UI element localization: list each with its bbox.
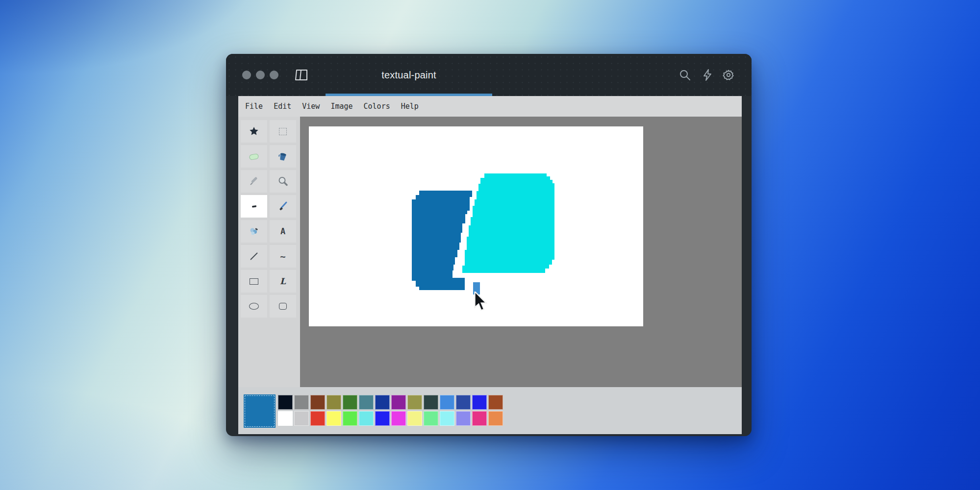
tool-ellipse[interactable] bbox=[241, 295, 267, 318]
color-swatch-dark-teal[interactable] bbox=[424, 395, 438, 410]
color-swatch-purple[interactable] bbox=[391, 395, 406, 410]
tool-pick-color[interactable] bbox=[241, 170, 267, 193]
color-swatch-black[interactable] bbox=[278, 395, 293, 410]
menu-edit[interactable]: Edit bbox=[268, 100, 297, 113]
open-book-icon[interactable] bbox=[295, 69, 309, 81]
color-swatch-green[interactable] bbox=[343, 395, 357, 410]
tool-pencil[interactable] bbox=[241, 195, 267, 218]
color-swatch-red[interactable] bbox=[310, 411, 325, 426]
color-swatch-pale-yellow[interactable] bbox=[407, 411, 422, 426]
page-title: textual-paint bbox=[381, 70, 436, 80]
tool-select[interactable] bbox=[270, 120, 296, 143]
color-swatch-spring-green[interactable] bbox=[424, 411, 438, 426]
tool-brush[interactable] bbox=[270, 195, 296, 218]
search-icon[interactable] bbox=[678, 68, 692, 82]
gear-icon[interactable] bbox=[722, 68, 735, 82]
cyan-quadrilateral bbox=[462, 173, 554, 273]
main-area: A~L bbox=[238, 117, 742, 387]
tool-line[interactable] bbox=[241, 245, 267, 268]
color-swatch-blue[interactable] bbox=[472, 395, 487, 410]
menu-image[interactable]: Image bbox=[325, 100, 358, 113]
menu-colors[interactable]: Colors bbox=[358, 100, 396, 113]
blue-quadrilateral bbox=[412, 191, 472, 290]
selected-color-swatch bbox=[244, 394, 276, 428]
tool-text[interactable]: A bbox=[270, 220, 296, 243]
color-swatch-light-cyan[interactable] bbox=[440, 411, 454, 426]
tool-panel: A~L bbox=[238, 117, 300, 387]
color-swatch-olive[interactable] bbox=[327, 395, 341, 410]
app-content: File Edit View Image Colors Help A~L bbox=[238, 96, 742, 434]
color-swatch-brown[interactable] bbox=[488, 395, 503, 410]
window-titlebar: textual-paint bbox=[226, 54, 752, 96]
color-swatch-yellow[interactable] bbox=[327, 411, 341, 426]
tool-rounded-rectangle[interactable] bbox=[270, 295, 296, 318]
mouse-cursor bbox=[474, 292, 492, 314]
color-swatch-orange[interactable] bbox=[488, 411, 503, 426]
tool-eraser[interactable] bbox=[241, 145, 267, 168]
color-swatch-teal[interactable] bbox=[359, 395, 374, 410]
tool-curve[interactable]: ~ bbox=[270, 245, 296, 268]
color-swatch-silver[interactable] bbox=[294, 411, 309, 426]
color-swatch-light-blue[interactable] bbox=[440, 395, 454, 410]
color-swatch-blue-gray[interactable] bbox=[456, 395, 471, 410]
zoom-button[interactable] bbox=[270, 71, 278, 79]
window-title-tab: textual-paint bbox=[326, 54, 492, 96]
color-swatch-white[interactable] bbox=[278, 411, 293, 426]
menu-help[interactable]: Help bbox=[396, 100, 424, 113]
tool-free-form-select[interactable] bbox=[241, 120, 267, 143]
menu-view[interactable]: View bbox=[297, 100, 325, 113]
minimize-button[interactable] bbox=[256, 71, 265, 79]
color-swatch-maroon[interactable] bbox=[310, 395, 325, 410]
color-swatch-bright-green[interactable] bbox=[343, 411, 357, 426]
color-swatch-cyan[interactable] bbox=[359, 411, 374, 426]
menu-file[interactable]: File bbox=[240, 100, 268, 113]
menu-bar: File Edit View Image Colors Help bbox=[238, 96, 742, 117]
tool-rectangle[interactable] bbox=[241, 270, 267, 293]
workspace bbox=[300, 117, 742, 387]
tool-fill[interactable] bbox=[270, 145, 296, 168]
color-swatch-pink[interactable] bbox=[472, 411, 487, 426]
close-button[interactable] bbox=[242, 71, 251, 79]
tool-airbrush[interactable] bbox=[241, 220, 267, 243]
textual-paint-window: textual-paint File Edit View Image Color… bbox=[226, 54, 752, 436]
desktop-wallpaper: { "window": { "title": "textual-paint" }… bbox=[0, 0, 980, 490]
color-swatch-gray[interactable] bbox=[294, 395, 309, 410]
color-swatch-bright-blue[interactable] bbox=[375, 411, 390, 426]
color-swatch-olive-drab[interactable] bbox=[407, 395, 422, 410]
tool-polygon[interactable]: L bbox=[270, 270, 296, 293]
lightning-icon[interactable] bbox=[701, 68, 714, 82]
color-palette-bar bbox=[238, 387, 742, 434]
tool-magnifier[interactable] bbox=[270, 170, 296, 193]
color-swatch-periwinkle[interactable] bbox=[456, 411, 471, 426]
color-swatch-magenta[interactable] bbox=[391, 411, 406, 426]
color-swatch-navy[interactable] bbox=[375, 395, 390, 410]
